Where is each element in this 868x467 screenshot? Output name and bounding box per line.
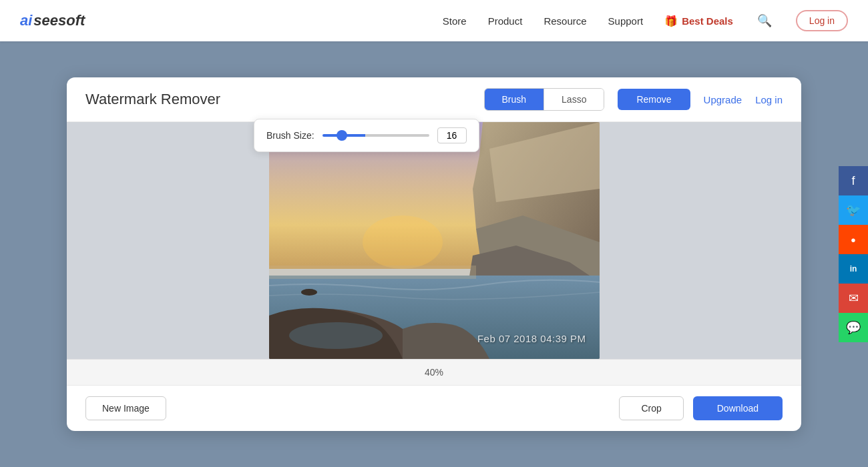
lasso-button[interactable]: Lasso	[544, 89, 604, 110]
nav-resource[interactable]: Resource	[544, 15, 586, 27]
logo-rest: seesoft	[33, 12, 85, 29]
top-navigation: aiseesoft Store Product Resource Support…	[0, 0, 868, 41]
linkedin-icon: in	[850, 264, 857, 274]
gmail-button[interactable]: ✉	[839, 284, 868, 313]
remove-button[interactable]: Remove	[618, 89, 690, 110]
facebook-button[interactable]: f	[839, 166, 868, 195]
download-button[interactable]: Download	[693, 396, 783, 420]
reddit-icon: ●	[851, 235, 856, 245]
watermark-remover-card: Watermark Remover Brush Lasso Remove Upg…	[67, 77, 801, 431]
landscape-image	[269, 122, 600, 359]
twitter-icon: 🐦	[846, 203, 861, 217]
nav-store[interactable]: Store	[443, 15, 467, 27]
gift-icon: 🎁	[664, 15, 678, 27]
best-deals-link[interactable]: 🎁 Best Deals	[664, 15, 733, 27]
brush-size-label: Brush Size:	[266, 130, 314, 141]
facebook-icon: f	[851, 174, 855, 188]
brush-size-popup: Brush Size:	[254, 119, 479, 152]
progress-label: 40%	[425, 367, 443, 378]
linkedin-button[interactable]: in	[839, 254, 868, 284]
brush-size-input[interactable]	[437, 127, 467, 143]
whatsapp-icon: 💬	[846, 320, 861, 335]
twitter-button[interactable]: 🐦	[839, 195, 868, 225]
nav-support[interactable]: Support	[608, 15, 644, 27]
tool-buttons: Brush Lasso	[484, 88, 605, 111]
social-sidebar: f 🐦 ● in ✉ 💬	[839, 166, 868, 342]
card-footer: New Image Crop Download	[67, 385, 801, 431]
progress-area: 40%	[67, 359, 801, 385]
best-deals-label: Best Deals	[682, 15, 733, 27]
upgrade-link[interactable]: Upgrade	[704, 94, 742, 105]
image-canvas: Feb 07 2018 04:39 PM	[269, 122, 600, 359]
new-image-button[interactable]: New Image	[85, 396, 166, 420]
nav-product[interactable]: Product	[488, 15, 523, 27]
reddit-button[interactable]: ●	[839, 225, 868, 254]
brush-button[interactable]: Brush	[485, 89, 544, 110]
search-button[interactable]: 🔍	[754, 11, 775, 31]
image-area[interactable]: Feb 07 2018 04:39 PM	[67, 122, 801, 359]
svg-point-3	[289, 322, 383, 349]
crop-button[interactable]: Crop	[619, 396, 683, 420]
topnav-login-button[interactable]: Log in	[796, 10, 848, 31]
gmail-icon: ✉	[849, 291, 859, 306]
logo-ai: ai	[20, 12, 32, 29]
svg-point-1	[363, 215, 443, 269]
card-header: Watermark Remover Brush Lasso Remove Upg…	[67, 77, 801, 122]
nav-links: Store Product Resource Support 🎁 Best De…	[443, 10, 848, 31]
card-title: Watermark Remover	[85, 91, 220, 108]
logo[interactable]: aiseesoft	[20, 12, 85, 29]
footer-right-buttons: Crop Download	[619, 396, 783, 420]
svg-rect-5	[269, 266, 476, 279]
svg-point-4	[301, 289, 317, 296]
card-login-link[interactable]: Log in	[755, 94, 783, 105]
whatsapp-button[interactable]: 💬	[839, 313, 868, 342]
main-area: Watermark Remover Brush Lasso Remove Upg…	[0, 41, 868, 467]
brush-size-slider[interactable]	[322, 134, 429, 137]
